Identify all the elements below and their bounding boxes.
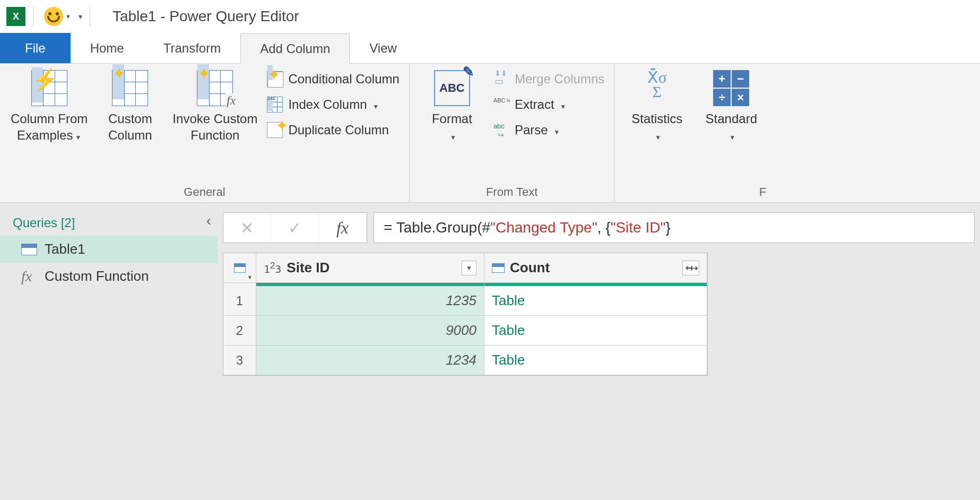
tab-file[interactable]: File (0, 33, 71, 63)
qat-customize-icon[interactable]: ▾ (79, 12, 82, 21)
cell-count[interactable]: Table (484, 346, 707, 375)
invoke-custom-function-button[interactable]: fx Invoke Custom Function (167, 67, 263, 146)
data-preview-grid: ▼ 123 Site ID ▼ Count ↤↦ (223, 253, 708, 376)
conditional-column-button[interactable]: Conditional Column (263, 69, 403, 89)
parse-icon (493, 122, 509, 138)
ribbon-group-from-text: ABC Format▼ Merge Columns Extract ▼ Pars… (410, 64, 614, 202)
cell-site-id[interactable]: 1235 (256, 286, 484, 316)
cell-count[interactable]: Table (484, 286, 707, 316)
row-number: 2 (223, 316, 256, 346)
merge-columns-icon (493, 71, 509, 87)
table-options-button[interactable]: ▼ (223, 253, 256, 283)
query-name: Custom Function (45, 268, 149, 285)
tab-view[interactable]: View (350, 33, 417, 63)
formula-fx-button[interactable]: fx (319, 213, 367, 243)
standard-button[interactable]: +−÷× Standard▼ (694, 67, 768, 146)
dropdown-icon: ▼ (450, 134, 456, 141)
merge-columns-button[interactable]: Merge Columns (489, 69, 609, 89)
table-type-icon (492, 263, 505, 273)
duplicate-column-button[interactable]: Duplicate Column (263, 120, 403, 140)
group-label-partial: F (620, 182, 768, 202)
statistics-button[interactable]: X̄σΣ Statistics▼ (620, 67, 694, 146)
queries-pane: ‹ Queries [2] Table1 fx Custom Function (0, 203, 218, 500)
column-header-site-id[interactable]: 123 Site ID ▼ (256, 253, 484, 283)
invoke-custom-function-icon: fx (197, 70, 233, 106)
label: Parse ▼ (515, 123, 560, 137)
label: Extract ▼ (515, 97, 566, 112)
ribbon-group-from-number: X̄σΣ Statistics▼ +−÷× Standard▼ F (614, 64, 774, 202)
index-column-icon (267, 97, 283, 113)
conditional-column-icon (267, 71, 283, 87)
duplicate-column-icon (267, 122, 283, 138)
query-item-custom-function[interactable]: fx Custom Function (0, 263, 218, 290)
table-icon (234, 263, 246, 273)
tab-home[interactable]: Home (71, 33, 144, 63)
window-title: Table1 - Power Query Editor (112, 8, 299, 25)
cell-count[interactable]: Table (484, 316, 707, 346)
ribbon-tabs: File Home Transform Add Column View (0, 33, 980, 64)
extract-icon (493, 97, 509, 113)
dropdown-icon: ▼ (372, 103, 379, 110)
label: Index Column ▼ (288, 97, 379, 112)
tab-transform[interactable]: Transform (144, 33, 240, 63)
standard-icon: +−÷× (713, 70, 749, 106)
column-from-examples-icon (31, 70, 67, 106)
feedback-smiley-icon[interactable] (44, 7, 63, 26)
cell-site-id[interactable]: 9000 (256, 316, 484, 346)
dropdown-icon: ▼ (247, 274, 253, 280)
custom-column-button[interactable]: Custom Column (93, 67, 167, 146)
label: Format▼ (432, 110, 472, 143)
queries-header: Queries [2] (0, 212, 218, 236)
separator (33, 7, 33, 26)
dropdown-icon: ▼ (655, 134, 661, 141)
excel-logo-icon: X (6, 7, 25, 26)
formula-accept-button[interactable]: ✓ (271, 213, 319, 243)
feedback-dropdown-icon[interactable]: ▼ (65, 13, 71, 20)
table-icon (21, 244, 37, 255)
formula-bar: ✕ ✓ fx = Table.Group(#"Changed Type", {"… (223, 212, 975, 243)
label: Conditional Column (288, 72, 399, 87)
label: Column From Examples▼ (11, 110, 88, 143)
expand-column-icon[interactable]: ↤↦ (682, 261, 699, 275)
query-item-table1[interactable]: Table1 (0, 236, 218, 263)
header-row: ▼ 123 Site ID ▼ Count ↤↦ (223, 253, 707, 283)
label: Merge Columns (515, 72, 604, 87)
format-icon: ABC (434, 70, 470, 106)
formula-input[interactable]: = Table.Group(#"Changed Type", {"Site ID… (374, 212, 975, 243)
query-name: Table1 (45, 241, 85, 257)
group-label: From Text (415, 182, 609, 202)
title-bar: X ▼ ▾ Table1 - Power Query Editor (0, 0, 980, 33)
statistics-icon: X̄σΣ (639, 70, 675, 106)
row-number: 1 (223, 286, 256, 316)
main-pane: ✕ ✓ fx = Table.Group(#"Changed Type", {"… (218, 203, 980, 500)
column-header-count[interactable]: Count ↤↦ (484, 253, 707, 283)
formula-cancel-button[interactable]: ✕ (223, 213, 271, 243)
collapse-pane-icon[interactable]: ‹ (206, 212, 211, 229)
table-row[interactable]: 2 9000 Table (223, 316, 707, 346)
tab-add-column[interactable]: Add Column (240, 33, 350, 64)
formula-buttons: ✕ ✓ fx (223, 212, 367, 243)
custom-column-icon (112, 70, 148, 106)
ribbon: Column From Examples▼ Custom Column fx I… (0, 64, 980, 203)
column-name: Site ID (287, 260, 329, 276)
cell-site-id[interactable]: 1234 (256, 346, 484, 375)
filter-dropdown-icon[interactable]: ▼ (462, 261, 476, 275)
extract-button[interactable]: Extract ▼ (489, 94, 609, 115)
group-label: General (5, 182, 404, 202)
dropdown-icon: ▼ (75, 134, 81, 141)
label: Statistics▼ (631, 110, 682, 143)
column-from-examples-button[interactable]: Column From Examples▼ (5, 67, 93, 146)
format-button[interactable]: ABC Format▼ (415, 67, 489, 146)
label: Invoke Custom Function (172, 110, 257, 143)
number-type-icon: 123 (264, 261, 281, 275)
label: Duplicate Column (288, 123, 388, 137)
parse-button[interactable]: Parse ▼ (489, 120, 609, 140)
table-row[interactable]: 3 1234 Table (223, 346, 707, 375)
table-row[interactable]: 1 1235 Table (223, 286, 707, 316)
fx-icon: fx (21, 271, 37, 282)
index-column-button[interactable]: Index Column ▼ (263, 94, 403, 115)
dropdown-icon: ▼ (729, 134, 735, 141)
row-number: 3 (223, 346, 256, 375)
label: Standard▼ (706, 110, 757, 143)
content-area: ‹ Queries [2] Table1 fx Custom Function … (0, 203, 980, 500)
